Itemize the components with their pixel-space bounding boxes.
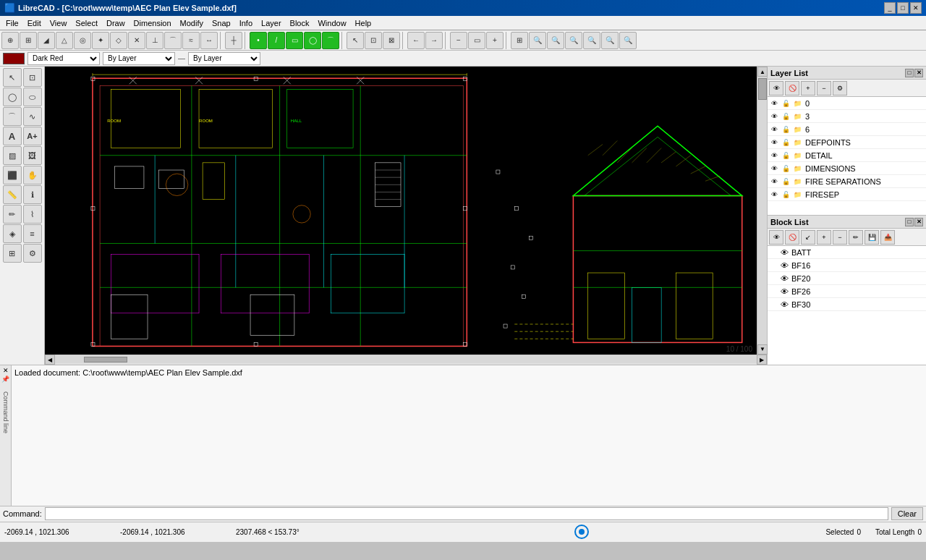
layer-settings[interactable]: ⚙ (833, 81, 847, 96)
lt-misc[interactable]: ⚙ (23, 244, 42, 263)
lt-arc[interactable]: ⌒ (3, 107, 22, 126)
block-save[interactable]: 💾 (865, 230, 879, 245)
lineweight-dropdown[interactable]: By Layer 0.25mm (103, 52, 175, 65)
layer-panel-float[interactable]: □ (905, 69, 914, 77)
layer-item-detail[interactable]: 👁 🔓 📁 DETAIL (768, 149, 926, 162)
lt-select-window[interactable]: ⊡ (23, 68, 42, 87)
lt-pan[interactable]: ✋ (23, 166, 42, 184)
lt-layer-tools[interactable]: ≡ (23, 224, 42, 243)
lt-info[interactable]: ℹ (23, 185, 42, 204)
tb-grid[interactable]: ⊞ (511, 32, 528, 49)
tb-draw-rect[interactable]: ▭ (286, 32, 303, 49)
block-panel-close[interactable]: ✕ (914, 218, 923, 226)
block-item-bf20[interactable]: 👁 BF20 (768, 272, 926, 285)
block-insert[interactable]: ↙ (801, 230, 815, 245)
menu-window[interactable]: Window (313, 16, 350, 30)
tb-zoom-out[interactable]: 🔍 (565, 32, 582, 49)
scroll-down-button[interactable]: ▼ (757, 344, 768, 355)
layer-item-0[interactable]: 👁 🔓 📁 0 (768, 97, 926, 110)
block-show-all[interactable]: 👁 (769, 230, 783, 245)
tb-zoom-fit[interactable]: 🔍 (529, 32, 546, 49)
tb-cursor[interactable]: ↖ (347, 32, 364, 49)
cmd-panel-pin[interactable]: 📌 (1, 376, 9, 383)
block-item-batt[interactable]: 👁 BATT (768, 246, 926, 259)
horizontal-scrollbar[interactable]: ◀ ▶ (45, 355, 767, 365)
menu-view[interactable]: View (46, 16, 72, 30)
color-dropdown[interactable]: Dark Red By Layer (27, 52, 100, 65)
linestyle-dropdown[interactable]: By Layer Continuous (188, 52, 260, 65)
layer-add[interactable]: + (801, 81, 815, 96)
block-import[interactable]: 📥 (880, 230, 895, 245)
cad-canvas-area[interactable]: ROOM ROOM HALL (45, 67, 757, 355)
tb-zoom-pan[interactable]: ▭ (468, 32, 485, 49)
tb-zoom-sel[interactable]: 🔍 (583, 32, 600, 49)
layer-show-all[interactable]: 👁 (769, 81, 783, 96)
tb-zoom-minus[interactable]: − (450, 32, 467, 49)
tb-nearest[interactable]: ≈ (182, 32, 200, 49)
tb-zoom-in[interactable]: 🔍 (547, 32, 564, 49)
clear-button[interactable]: Clear (891, 507, 923, 520)
layer-item-firesep[interactable]: 👁 🔓 📁 FIRESEP (768, 188, 926, 201)
command-input[interactable] (45, 507, 888, 520)
block-panel-float[interactable]: □ (905, 218, 914, 226)
menu-select[interactable]: Select (71, 16, 102, 30)
tb-draw-arc[interactable]: ⌒ (322, 32, 339, 49)
menu-block[interactable]: Block (286, 16, 314, 30)
layer-remove[interactable]: − (817, 81, 831, 96)
tb-quad[interactable]: ◇ (110, 32, 127, 49)
tb-node[interactable]: ✦ (92, 32, 109, 49)
menu-dimension[interactable]: Dimension (129, 16, 176, 30)
tb-intersect[interactable]: ✕ (128, 32, 145, 49)
tb-zoom-opt[interactable]: 🔍 (619, 32, 637, 49)
layer-item-3[interactable]: 👁 🔓 📁 3 (768, 110, 926, 123)
block-remove[interactable]: − (833, 230, 847, 245)
lt-hatch[interactable]: ▨ (3, 146, 22, 165)
menu-help[interactable]: Help (351, 16, 376, 30)
tb-restrict-ortho[interactable]: ┼ (225, 32, 242, 49)
menu-snap[interactable]: Snap (208, 16, 235, 30)
tb-draw-circle[interactable]: ◯ (304, 32, 321, 49)
menu-layer[interactable]: Layer (257, 16, 286, 30)
lt-measure[interactable]: 📏 (3, 185, 22, 204)
tb-zoom-plus[interactable]: + (486, 32, 504, 49)
tb-tangent[interactable]: ⌒ (164, 32, 182, 49)
tb-midpoint[interactable]: △ (56, 32, 73, 49)
layer-item-dimensions[interactable]: 👁 🔓 📁 DIMENSIONS (768, 162, 926, 175)
block-edit[interactable]: ✏ (849, 230, 863, 245)
scroll-left-button[interactable]: ◀ (45, 355, 55, 365)
vertical-scrollbar[interactable]: ▲ ▼ (757, 67, 767, 355)
lt-text[interactable]: A (3, 127, 22, 145)
tb-perp[interactable]: ⊥ (146, 32, 163, 49)
color-selector[interactable] (3, 53, 25, 64)
lt-polyline[interactable]: ⌇ (23, 205, 42, 224)
lt-spline[interactable]: ∿ (23, 107, 42, 126)
scroll-right-button[interactable]: ▶ (757, 355, 767, 365)
tb-zoom-window[interactable]: 🔍 (601, 32, 619, 49)
block-item-bf30[interactable]: 👁 BF30 (768, 298, 926, 311)
scroll-track-h[interactable] (55, 356, 757, 363)
menu-modify[interactable]: Modify (176, 16, 208, 30)
tb-zoom-prev[interactable]: ← (407, 32, 425, 49)
lt-snap[interactable]: ◈ (3, 224, 22, 243)
layer-panel-close[interactable]: ✕ (914, 69, 923, 77)
minimize-button[interactable]: _ (884, 2, 896, 14)
tb-select-cross[interactable]: ⊠ (383, 32, 400, 49)
layer-item-defpoints[interactable]: 👁 🔓 📁 DEFPOINTS (768, 136, 926, 149)
lt-freehand[interactable]: ✏ (3, 205, 22, 224)
menu-draw[interactable]: Draw (102, 16, 129, 30)
layer-hide-all[interactable]: 🚫 (785, 81, 799, 96)
tb-snap-free[interactable]: ⊕ (1, 32, 19, 49)
lt-block[interactable]: ⊞ (3, 244, 22, 263)
cmd-panel-close[interactable]: ✕ (3, 367, 9, 374)
lt-image[interactable]: 🖼 (23, 146, 42, 165)
lt-circle[interactable]: ◯ (3, 88, 22, 106)
tb-draw-point[interactable]: • (250, 32, 267, 49)
tb-draw-line[interactable]: / (268, 32, 285, 49)
scroll-thumb-h[interactable] (84, 357, 127, 362)
tb-select-window[interactable]: ⊡ (365, 32, 382, 49)
tb-endpoint[interactable]: ◢ (38, 32, 55, 49)
scroll-up-button[interactable]: ▲ (757, 67, 768, 77)
scroll-track-v[interactable] (757, 77, 767, 344)
block-item-bf26[interactable]: 👁 BF26 (768, 285, 926, 298)
menu-info[interactable]: Info (235, 16, 257, 30)
